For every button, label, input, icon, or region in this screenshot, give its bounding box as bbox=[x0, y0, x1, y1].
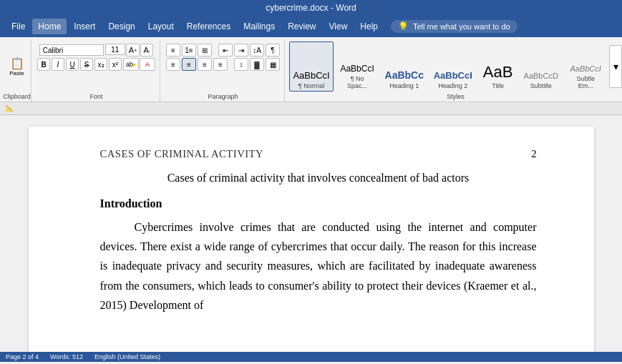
style-subtle-em-label: Subtle Em... bbox=[568, 75, 603, 89]
align-center-button[interactable]: ≡ bbox=[182, 58, 196, 71]
font-group-label: Font bbox=[89, 92, 102, 102]
menu-references[interactable]: References bbox=[181, 19, 236, 34]
page-header: CASES OF CRIMINAL ACTIVITY 2 bbox=[100, 148, 537, 160]
style-heading2[interactable]: AaBbCcI Heading 2 bbox=[429, 41, 476, 92]
line-spacing-button[interactable]: ↕ bbox=[234, 58, 248, 71]
menu-bar: File Home Insert Design Layout Reference… bbox=[0, 16, 622, 37]
style-heading1[interactable]: AaBbCc Heading 1 bbox=[381, 41, 427, 92]
menu-mailings[interactable]: Mailings bbox=[238, 19, 281, 34]
bold-button[interactable]: B bbox=[37, 58, 50, 71]
italic-button[interactable]: I bbox=[52, 58, 64, 71]
font-color-button[interactable]: A bbox=[140, 58, 155, 71]
tell-me-box[interactable]: 💡 Tell me what you want to do bbox=[391, 20, 517, 33]
paragraph-group: ≡ 1≡ ⊞ ⇤ ⇥ ↕A ¶ ≡ ≡ ≡ ≡ ↕ ▓ ▦ Paragraph bbox=[162, 40, 285, 102]
styles-group-label: Styles bbox=[289, 92, 622, 102]
align-right-button[interactable]: ≡ bbox=[198, 58, 212, 71]
lightbulb-icon: 💡 bbox=[398, 21, 409, 31]
menu-review[interactable]: Review bbox=[282, 19, 321, 34]
style-no-spacing-label: ¶ No Spac... bbox=[340, 75, 374, 89]
show-paragraph-button[interactable]: ¶ bbox=[266, 44, 280, 56]
style-no-spacing[interactable]: AaBbCcI ¶ No Spac... bbox=[336, 41, 379, 92]
menu-home[interactable]: Home bbox=[32, 19, 67, 34]
status-page: Page 2 of 4 bbox=[6, 353, 39, 360]
paragraph-group-label: Paragraph bbox=[208, 92, 238, 102]
status-words: Words: 512 bbox=[50, 353, 83, 360]
increase-indent-button[interactable]: ⇥ bbox=[234, 44, 248, 56]
style-subtitle-preview: AaBbCcD bbox=[524, 72, 558, 80]
multilevel-button[interactable]: ⊞ bbox=[198, 44, 212, 56]
styles-more-button[interactable]: ▾ bbox=[609, 45, 622, 88]
styles-row: AaBbCcI ¶ Normal AaBbCcI ¶ No Spac... Aa… bbox=[289, 41, 622, 92]
paste-button[interactable]: 📋 Paste bbox=[6, 54, 28, 79]
justify-button[interactable]: ≡ bbox=[213, 58, 228, 71]
document-heading: Introduction bbox=[100, 197, 537, 210]
style-heading1-preview: AaBbCc bbox=[385, 70, 424, 80]
subscript-button[interactable]: x₂ bbox=[94, 58, 107, 71]
document-subtitle: Cases of criminal activity that involves… bbox=[100, 172, 537, 185]
strikethrough-button[interactable]: S bbox=[80, 58, 93, 71]
document-paragraph: Cybercrimes involve crimes that are cond… bbox=[100, 217, 537, 315]
page-header-text: CASES OF CRIMINAL ACTIVITY bbox=[100, 148, 264, 160]
ruler: 📐 bbox=[0, 102, 622, 115]
font-size-input[interactable] bbox=[105, 44, 125, 55]
style-subtle-em[interactable]: AaBbCcI Subtle Em... bbox=[564, 41, 607, 92]
menu-file[interactable]: File bbox=[6, 19, 31, 34]
style-subtle-em-preview: AaBbCcI bbox=[570, 65, 601, 73]
bullets-button[interactable]: ≡ bbox=[166, 44, 180, 56]
ribbon: 📋 Paste Clipboard A+ A- B I U bbox=[0, 37, 622, 102]
tell-me-text: Tell me what you want to do bbox=[413, 22, 510, 31]
document-page: CASES OF CRIMINAL ACTIVITY 2 Cases of cr… bbox=[29, 127, 594, 352]
style-heading2-label: Heading 2 bbox=[438, 82, 467, 89]
document-container: CASES OF CRIMINAL ACTIVITY 2 Cases of cr… bbox=[0, 115, 622, 352]
align-left-button[interactable]: ≡ bbox=[166, 58, 180, 71]
status-language: English (United States) bbox=[94, 353, 160, 360]
decrease-indent-button[interactable]: ⇤ bbox=[218, 44, 233, 56]
underline-button[interactable]: U bbox=[66, 58, 79, 71]
sort-button[interactable]: ↕A bbox=[250, 44, 264, 56]
style-normal[interactable]: AaBbCcI ¶ Normal bbox=[289, 41, 334, 92]
style-subtitle[interactable]: AaBbCcD Subtitle bbox=[520, 41, 562, 92]
decrease-font-button[interactable]: A- bbox=[140, 44, 153, 56]
clipboard-label: Clipboard bbox=[3, 92, 31, 102]
font-group: A+ A- B I U S x₂ x² ab A bbox=[33, 40, 160, 102]
status-bar: Page 2 of 4 Words: 512 English (United S… bbox=[0, 352, 622, 362]
menu-insert[interactable]: Insert bbox=[68, 19, 101, 34]
style-heading1-label: Heading 1 bbox=[389, 82, 419, 89]
style-normal-label: ¶ Normal bbox=[298, 82, 324, 89]
menu-view[interactable]: View bbox=[324, 19, 354, 34]
style-heading2-preview: AaBbCcI bbox=[434, 71, 472, 80]
menu-help[interactable]: Help bbox=[354, 19, 384, 34]
border-button[interactable]: ▦ bbox=[266, 58, 280, 71]
style-title[interactable]: AaB Title bbox=[478, 41, 517, 92]
increase-font-button[interactable]: A+ bbox=[126, 44, 140, 56]
superscript-button[interactable]: x² bbox=[109, 58, 122, 71]
menu-layout[interactable]: Layout bbox=[142, 19, 180, 34]
style-title-preview: AaB bbox=[483, 64, 513, 80]
text-highlight-button[interactable]: ab bbox=[123, 58, 139, 71]
title-bar: cybercrime.docx - Word bbox=[0, 0, 622, 16]
style-normal-preview: AaBbCcI bbox=[293, 71, 329, 80]
page-number: 2 bbox=[531, 148, 536, 160]
style-title-label: Title bbox=[492, 82, 504, 89]
title-text: cybercrime.docx - Word bbox=[266, 3, 356, 13]
style-subtitle-label: Subtitle bbox=[530, 82, 552, 89]
shading-button[interactable]: ▓ bbox=[250, 58, 264, 71]
numbering-button[interactable]: 1≡ bbox=[182, 44, 196, 56]
styles-group: AaBbCcI ¶ Normal AaBbCcI ¶ No Spac... Aa… bbox=[286, 40, 622, 102]
font-name-input[interactable] bbox=[39, 44, 104, 56]
menu-design[interactable]: Design bbox=[102, 19, 140, 34]
style-no-spacing-preview: AaBbCcI bbox=[340, 64, 374, 73]
clipboard-group: 📋 Paste Clipboard bbox=[3, 40, 31, 102]
